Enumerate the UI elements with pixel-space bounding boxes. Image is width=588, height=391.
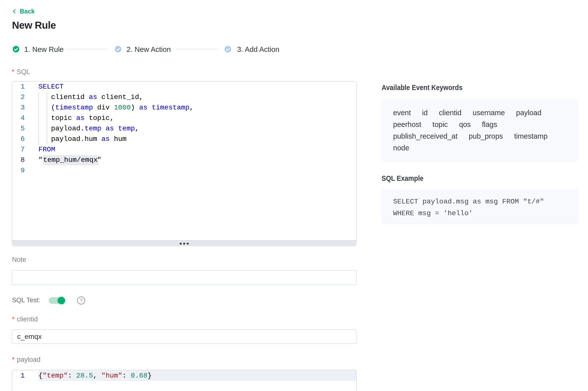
svg-text:?: ? (80, 297, 83, 303)
